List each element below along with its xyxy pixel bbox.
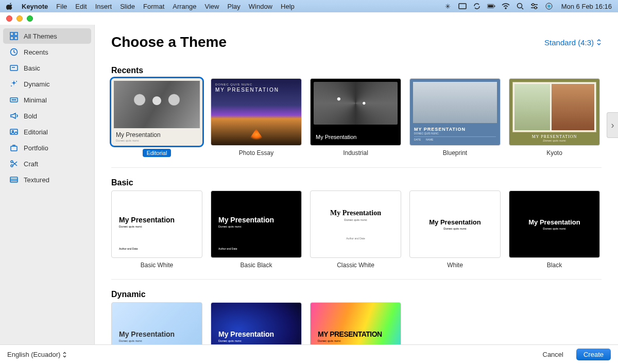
menu-play[interactable]: Play (227, 3, 240, 10)
section-title: Dynamic (111, 285, 618, 302)
menuextra-search-icon[interactable] (516, 2, 524, 10)
theme-card-dynamic-dark[interactable]: My Presentation Donec quis nunc (211, 302, 302, 344)
theme-card-dynamic-light[interactable]: My Presentation Donec quis nunc (111, 302, 202, 344)
theme-card-basic-black[interactable]: My Presentation Donec quis nunc Author a… (211, 190, 302, 269)
apple-icon[interactable] (6, 3, 13, 10)
menubar-app-name[interactable]: Keynote (22, 3, 48, 10)
sidebar-item-label: Recents (24, 48, 48, 56)
theme-card-industrial[interactable]: My Presentation Industrial (310, 78, 401, 157)
sidebar-item-minimal[interactable]: Minimal (3, 92, 91, 108)
sidebar-item-dynamic[interactable]: Dynamic (3, 76, 91, 92)
menuextra-asterisk-icon[interactable]: ✳︎ (444, 2, 452, 10)
theme-card-basic-white[interactable]: My Presentation Donec quis nunc Author a… (111, 190, 202, 269)
cancel-button[interactable]: Cancel (535, 349, 571, 360)
theme-caption: Basic White (141, 262, 173, 269)
main-header: Choose a Theme Standard (4:3) (95, 25, 618, 56)
svg-point-5 (517, 4, 522, 8)
menuextra-battery-icon[interactable] (487, 2, 495, 10)
photo-icon (9, 127, 19, 136)
svg-rect-14 (14, 32, 18, 36)
menu-arrange[interactable]: Arrange (173, 3, 196, 10)
sidebar-item-label: Dynamic (24, 80, 50, 88)
create-button[interactable]: Create (576, 349, 611, 360)
theme-caption: Blueprint (443, 149, 467, 157)
theme-thumbnail: My Presentation Donec quis nunc (509, 190, 600, 258)
menu-insert[interactable]: Insert (95, 3, 112, 10)
theme-card-blueprint[interactable]: MY PRESENTATION DONEC QUIS NUNC DATENAME… (409, 78, 501, 157)
menuextra-screen-icon[interactable] (458, 2, 467, 10)
aspect-ratio-label: Standard (4:3) (544, 38, 594, 47)
theme-card-photo-essay[interactable]: DONEC QUIS NUNC MY PRESENTATION Photo Es… (211, 78, 302, 157)
menu-window[interactable]: Window (249, 3, 272, 10)
close-window-button[interactable] (6, 15, 12, 22)
aspect-ratio-dropdown[interactable]: Standard (4:3) (544, 38, 602, 47)
dots-icon (9, 95, 19, 105)
theme-caption: Industrial (343, 149, 368, 157)
minimize-window-button[interactable] (16, 15, 23, 22)
theme-thumbnail: MY PRESENTATION DONEC QUIS NUNC DATENAME (409, 78, 501, 146)
svg-rect-18 (10, 65, 18, 71)
menuextra-control-center-icon[interactable] (530, 2, 539, 10)
texture-icon (9, 175, 19, 184)
sidebar-item-label: Minimal (24, 96, 47, 104)
theme-card-classic-white[interactable]: My Presentation Donec quis nunc Author a… (310, 190, 401, 269)
theme-card-black[interactable]: My Presentation Donec quis nunc Black (509, 190, 600, 269)
footer: English (Ecuador) Cancel Create (0, 344, 618, 364)
zoom-window-button[interactable] (27, 15, 33, 22)
svg-rect-0 (459, 4, 466, 9)
recents-row: My PresentationDonec quis nunc Editorial… (111, 78, 602, 168)
sidebar-item-bold[interactable]: Bold (3, 108, 91, 124)
theme-card-dynamic-color[interactable]: MY PRESENTATION Donec quis nunc (310, 302, 401, 344)
menuextra-wifi-icon[interactable] (502, 2, 510, 10)
svg-point-21 (11, 85, 12, 86)
theme-card-white[interactable]: My Presentation Donec quis nunc White (409, 190, 501, 269)
theme-thumbnail: My Presentation Donec quis nunc (111, 302, 202, 344)
traffic-lights (6, 15, 33, 22)
menu-slide[interactable]: Slide (120, 3, 135, 10)
theme-card-kyoto[interactable]: MY PRESENTATION Donec quis nunc Kyoto (509, 78, 600, 157)
svg-point-29 (11, 161, 13, 163)
svg-rect-28 (11, 146, 17, 151)
menubar-left: Keynote File Edit Insert Slide Format Ar… (6, 3, 295, 10)
menuextra-sync-icon[interactable] (473, 2, 481, 10)
theme-thumbnail: My Presentation Donec quis nunc Author a… (111, 190, 202, 258)
sidebar-item-all-themes[interactable]: All Themes (3, 28, 91, 44)
menu-edit[interactable]: Edit (75, 3, 87, 10)
menu-format[interactable]: Format (143, 3, 164, 10)
sidebar-item-textured[interactable]: Textured (3, 172, 91, 187)
sidebar-item-label: Craft (24, 160, 38, 168)
svg-rect-13 (10, 32, 13, 36)
menu-view[interactable]: View (205, 3, 219, 10)
sidebar-item-basic[interactable]: Basic (3, 60, 91, 76)
sidebar-item-recents[interactable]: Recents (3, 44, 91, 60)
scroll-right-button[interactable]: › (607, 112, 618, 138)
theme-thumbnail: MY PRESENTATION Donec quis nunc (310, 302, 401, 344)
section-basic: Basic My Presentation Donec quis nunc Au… (111, 173, 618, 280)
theme-caption: Basic Black (240, 262, 272, 269)
svg-point-4 (505, 8, 506, 9)
macos-menubar: Keynote File Edit Insert Slide Format Ar… (0, 0, 618, 12)
svg-point-25 (15, 99, 15, 100)
language-dropdown[interactable]: English (Ecuador) (7, 351, 67, 358)
theme-thumbnail: My Presentation (310, 78, 401, 146)
theme-caption: Black (547, 262, 562, 269)
theme-chooser-window: All Themes Recents Basic Dynamic Minimal… (0, 12, 618, 364)
menubar-right: ✳︎ Mon 6 Feb 16:16 (444, 2, 612, 10)
menu-help[interactable]: Help (281, 3, 295, 10)
sidebar-item-editorial[interactable]: Editorial (3, 124, 91, 140)
menubar-clock[interactable]: Mon 6 Feb 16:16 (561, 3, 612, 10)
menu-file[interactable]: File (56, 3, 67, 10)
theme-card-editorial[interactable]: My PresentationDonec quis nunc Editorial (111, 78, 202, 157)
menuextra-siri-icon[interactable] (545, 2, 553, 10)
section-title: Basic (111, 173, 618, 190)
grid-icon (9, 31, 19, 41)
sidebar-item-portfolio[interactable]: Portfolio (3, 140, 91, 155)
selected-badge: Editorial (143, 149, 171, 157)
svg-point-10 (535, 7, 537, 9)
scissors-icon (9, 159, 19, 168)
sidebar-item-craft[interactable]: Craft (3, 156, 91, 171)
theme-caption: White (447, 262, 463, 269)
theme-scroll-area[interactable]: Recents My PresentationDonec quis nunc E… (95, 56, 618, 344)
svg-point-23 (12, 99, 12, 100)
section-title: Recents (111, 61, 618, 78)
